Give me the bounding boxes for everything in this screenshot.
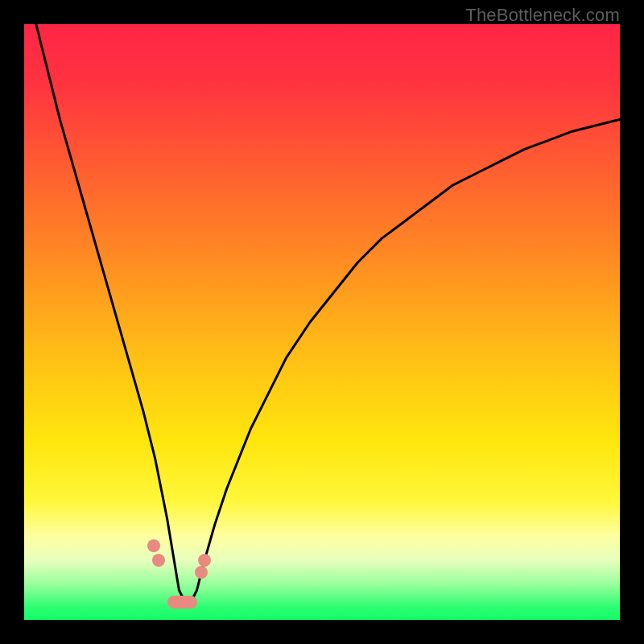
marker-segment [167,596,197,609]
watermark-text: TheBottleneck.com [465,5,620,26]
marker-dot [195,566,208,579]
svg-rect-0 [24,24,620,620]
marker-dot [198,554,211,567]
chart-frame: TheBottleneck.com [0,0,644,644]
marker-dot [152,554,165,567]
plot-area [24,24,620,620]
background-gradient [24,24,620,620]
marker-dot [147,539,160,552]
